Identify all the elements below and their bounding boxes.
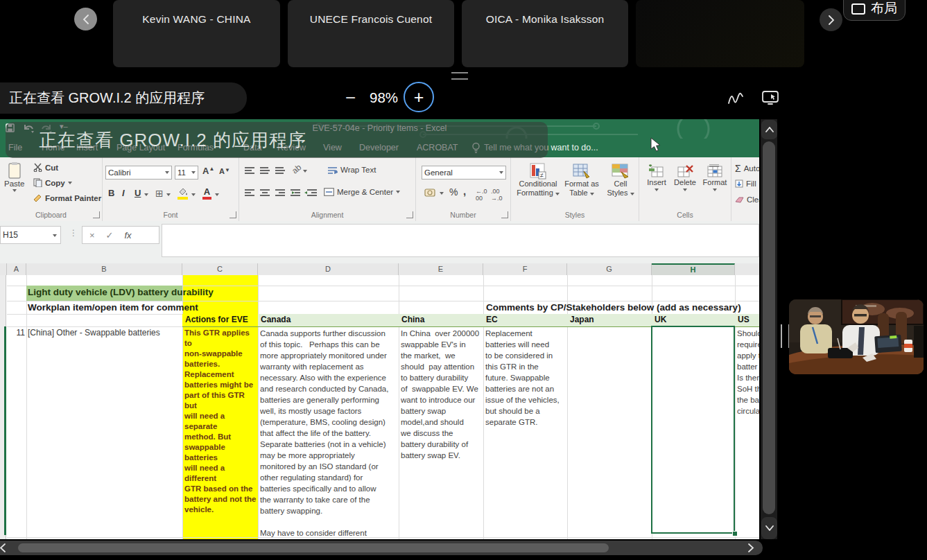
insert-function-icon[interactable]: fx	[125, 230, 132, 240]
format-painter-button[interactable]: Format Painter	[33, 193, 101, 202]
cell-c11-actions[interactable]: This GTR applies to non-swappable batter…	[184, 328, 257, 536]
column-header-g[interactable]: G	[567, 263, 652, 275]
accounting-format-icon[interactable]	[424, 188, 437, 198]
comma-style-button[interactable]: ,	[463, 185, 466, 197]
header-uk[interactable]: UK	[652, 314, 735, 326]
fill-color-caret[interactable]	[191, 193, 196, 196]
fill-color-button[interactable]	[177, 188, 188, 200]
delete-cells-button[interactable]: Delete	[671, 164, 699, 191]
font-color-caret[interactable]	[215, 193, 219, 196]
cancel-icon[interactable]: ×	[89, 230, 95, 240]
take-control-icon[interactable]	[761, 88, 780, 107]
indent-icons[interactable]	[291, 188, 318, 198]
meeting-room-video-thumbnail[interactable]	[789, 299, 924, 374]
shrink-font-button[interactable]: A▼	[219, 167, 230, 175]
orientation-button[interactable]: ab	[290, 162, 303, 175]
participant-video-tile[interactable]	[636, 0, 804, 67]
cut-button[interactable]: Cut	[33, 163, 58, 172]
horizontal-align-icons[interactable]	[245, 188, 285, 198]
cell-d11-canada[interactable]: Canada supports further discussion of th…	[260, 328, 399, 537]
column-header-a[interactable]: A	[7, 263, 26, 275]
paste-button[interactable]: Paste	[4, 161, 24, 192]
increase-decimal-button[interactable]: ←.000	[476, 188, 487, 202]
insert-cells-button[interactable]: Insert	[643, 164, 670, 191]
header-actions-for-eve[interactable]: Actions for EVE	[182, 314, 258, 326]
horizontal-scrollbar-thumb[interactable]	[18, 543, 609, 552]
scroll-left-button[interactable]	[0, 543, 6, 552]
vertical-align-icons[interactable]	[245, 166, 285, 175]
column-header-b[interactable]: B	[26, 263, 182, 275]
name-box[interactable]: H15	[0, 226, 61, 244]
participant-tile[interactable]: OICA - Monika Isaksson	[462, 0, 628, 67]
cell-a11-number[interactable]: 11	[7, 328, 25, 338]
column-header-c[interactable]: C	[182, 263, 258, 275]
header-china[interactable]: China	[399, 314, 483, 326]
scroll-down-button[interactable]	[761, 517, 777, 539]
fill-handle[interactable]	[732, 531, 738, 536]
column-header-f[interactable]: F	[483, 263, 567, 275]
strip-resize-grip[interactable]	[451, 72, 468, 80]
header-ec[interactable]: EC	[483, 314, 567, 326]
comments-banner[interactable]: Comments by CP/Stakeholders below (add a…	[486, 302, 741, 313]
decrease-decimal-button[interactable]: .00→.0	[491, 188, 503, 202]
italic-button[interactable]: I	[122, 188, 125, 198]
borders-caret[interactable]	[166, 193, 171, 196]
merge-center-button[interactable]: Merge & Center	[324, 188, 400, 196]
column-header-h-selected[interactable]: H	[652, 263, 735, 275]
participant-tile[interactable]: Kevin WANG - CHINA	[113, 0, 280, 67]
column-header-d[interactable]: D	[258, 263, 399, 275]
percent-style-button[interactable]: %	[449, 186, 458, 198]
scissors-icon	[33, 163, 42, 172]
banner-title[interactable]: Light duty vehicle (LDV) battery durabil…	[28, 287, 214, 297]
header-us[interactable]: US	[735, 314, 759, 326]
format-cells-button[interactable]: Format	[700, 164, 729, 191]
workplan-title[interactable]: Workplan item/open item for comment	[28, 302, 198, 313]
accounting-caret[interactable]	[440, 192, 444, 195]
borders-button[interactable]: ⊞	[155, 188, 164, 199]
font-dialog-launcher[interactable]	[229, 211, 236, 218]
cell-styles-button[interactable]: Cell Styles	[604, 163, 637, 198]
scroll-up-button[interactable]	[761, 120, 777, 139]
annotate-pen-icon[interactable]	[727, 89, 745, 107]
header-japan[interactable]: Japan	[567, 314, 652, 326]
select-all-corner[interactable]	[0, 263, 7, 275]
zoom-out-button[interactable]: −	[345, 87, 356, 109]
font-size-combo[interactable]: 11	[175, 166, 198, 180]
underline-button[interactable]: U	[135, 188, 141, 198]
column-header-e[interactable]: E	[399, 263, 483, 275]
column-header-i[interactable]	[735, 263, 759, 275]
zoom-in-button[interactable]: +	[404, 82, 434, 112]
clipboard-dialog-launcher[interactable]	[93, 211, 100, 218]
enter-icon[interactable]: ✓	[106, 230, 114, 240]
layout-button[interactable]: 布局	[843, 0, 906, 21]
cell-e11-china[interactable]: In China over 200000 swappable EV's in t…	[401, 328, 483, 536]
bold-button[interactable]: B	[108, 188, 114, 198]
fill-button[interactable]: Fill	[735, 180, 756, 188]
format-as-table-button[interactable]: Format as Table	[562, 163, 601, 198]
scroll-right-button[interactable]	[746, 543, 756, 552]
underline-caret[interactable]	[144, 193, 148, 196]
formula-input[interactable]	[162, 224, 759, 257]
alignment-dialog-launcher[interactable]	[406, 211, 413, 218]
copy-button[interactable]: Copy	[33, 178, 72, 187]
font-color-button[interactable]: A	[202, 186, 211, 200]
number-format-combo[interactable]: General	[422, 166, 506, 180]
cell-f11-ec[interactable]: Replacement batteries will need to be co…	[485, 328, 566, 536]
participants-scroll-left-button[interactable]	[74, 8, 97, 30]
cell-g11-japan[interactable]	[569, 328, 650, 536]
conditional-formatting-button[interactable]: ≠ Conditional Formatting	[517, 163, 560, 198]
participants-scroll-right-button[interactable]	[820, 8, 842, 31]
header-canada[interactable]: Canada	[258, 314, 399, 326]
wrap-text-button[interactable]: Wrap Text	[328, 166, 376, 174]
font-name-combo[interactable]: Calibri	[105, 166, 172, 180]
clear-button[interactable]: Clear	[735, 195, 759, 204]
orientation-caret[interactable]	[303, 170, 307, 173]
number-dialog-launcher[interactable]	[501, 211, 508, 218]
cell-i11-us[interactable]: Should require apply t batter Is ther So…	[737, 328, 759, 536]
vertical-scrollbar-thumb[interactable]	[763, 141, 775, 514]
sheet-grid[interactable]: Light duty vehicle (LDV) battery durabil…	[0, 275, 759, 539]
participant-tile[interactable]: UNECE Francois Cuenot	[288, 0, 454, 67]
autosum-button[interactable]: Σ AutoSum	[735, 163, 759, 174]
grow-font-button[interactable]: A▲	[202, 166, 214, 176]
cell-b11-item[interactable]: [China] Other - Swappable batteries	[28, 328, 187, 338]
